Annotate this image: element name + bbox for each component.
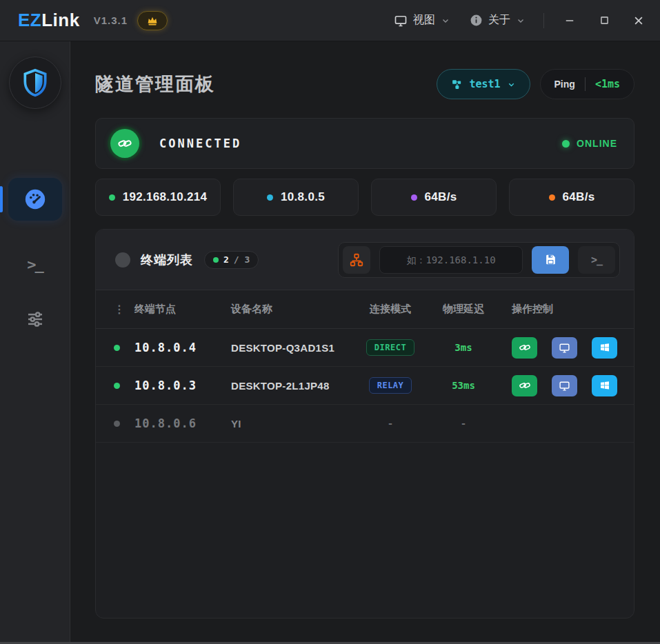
titlebar-left: EZLink V1.3.1: [18, 10, 168, 31]
windows-button[interactable]: [592, 375, 617, 396]
mode-empty: -: [352, 418, 429, 429]
monitor-icon: [559, 342, 570, 354]
titlebar-right: 视图 关于: [386, 7, 654, 34]
connection-status-panel: CONNECTED ONLINE: [95, 118, 634, 169]
connect-button[interactable]: [512, 337, 537, 359]
ping-value: <1ms: [595, 78, 620, 90]
table-row: 10.8.0.3 DESKTOP-2L1JP48 RELAY 53ms: [96, 367, 634, 405]
titlebar: EZLink V1.3.1 视图: [0, 0, 660, 41]
terminal-list-panel: 终端列表 2 / 3: [95, 229, 634, 618]
link-icon: [519, 341, 531, 354]
latency-empty: -: [429, 418, 498, 429]
link-icon: [117, 136, 132, 151]
ping-indicator: Ping <1ms: [540, 69, 634, 99]
terminal-command-button[interactable]: >_: [578, 246, 615, 274]
logo-text-secondary: Link: [41, 10, 79, 31]
column-mode: 连接模式: [352, 303, 429, 316]
tunnel-selector[interactable]: test1: [437, 69, 530, 99]
connection-icon-wrap: [108, 126, 142, 161]
network-scan-button[interactable]: [343, 246, 370, 274]
stats-row: 192.168.10.214 10.8.0.5 64B/s 64B/s: [95, 179, 634, 216]
latency-value: 3ms: [429, 342, 498, 353]
monitor-icon: [559, 380, 570, 392]
sidebar: >_: [0, 41, 70, 642]
column-node: 终端节点: [134, 303, 231, 316]
network-nodes-icon: [451, 79, 463, 90]
dashboard-gauge-icon: [23, 188, 47, 211]
header-pills: test1 Ping <1ms: [437, 69, 634, 99]
windows-logo-icon: [599, 380, 610, 391]
maximize-icon: [599, 14, 610, 26]
monitor-icon: [394, 14, 408, 28]
close-button[interactable]: [623, 7, 654, 34]
chevron-down-icon: [516, 16, 526, 26]
drag-handle-icon: ⋮: [114, 303, 134, 316]
stat-dot: [549, 194, 555, 201]
stat-value: 64B/s: [563, 190, 595, 204]
node-status-dot: [114, 421, 120, 427]
node-status-dot: [114, 345, 120, 351]
save-button[interactable]: [532, 246, 569, 274]
minimize-button[interactable]: [554, 7, 586, 34]
connect-button[interactable]: [512, 375, 537, 396]
view-menu[interactable]: 视图: [386, 8, 459, 33]
online-indicator: ONLINE: [562, 138, 617, 149]
stat-download-rate: 64B/s: [509, 179, 634, 216]
column-device: 设备名称: [231, 303, 352, 316]
stat-local-ip: 192.168.10.214: [95, 179, 221, 216]
close-icon: [632, 14, 645, 27]
stat-dot: [267, 194, 273, 201]
table-row: 10.8.0.4 DESKTOP-Q3AD1S1 DIRECT 3ms: [96, 329, 634, 367]
page-header: 隧道管理面板 test1: [95, 69, 634, 99]
terminal-list-header: 终端列表 2 / 3: [96, 230, 634, 290]
node-ip: 10.8.0.4: [134, 341, 231, 354]
device-name: DESKTOP-Q3AD1S1: [231, 342, 352, 354]
ping-label: Ping: [554, 79, 575, 90]
app-logo: EZLink: [18, 10, 80, 31]
maximize-button[interactable]: [588, 7, 620, 34]
sidebar-item-dashboard[interactable]: [8, 178, 62, 221]
online-dot: [562, 140, 570, 148]
row-actions: [498, 337, 617, 359]
sidebar-item-terminal[interactable]: >_: [8, 243, 62, 285]
device-name: DESKTOP-2L1JP48: [231, 380, 352, 392]
stat-value: 10.8.0.5: [281, 190, 325, 204]
main-content: 隧道管理面板 test1: [70, 41, 660, 642]
latency-value: 53ms: [429, 380, 498, 391]
stat-dot: [411, 194, 417, 201]
windows-button[interactable]: [592, 337, 617, 359]
about-menu[interactable]: 关于: [461, 8, 534, 33]
windows-logo-icon: [599, 342, 610, 353]
ip-address-input[interactable]: [379, 246, 523, 274]
sidebar-item-settings[interactable]: [8, 298, 62, 341]
chevron-down-icon: [441, 16, 450, 26]
titlebar-divider: [543, 13, 544, 28]
view-menu-label: 视图: [413, 13, 435, 28]
active-indicator: [0, 186, 3, 212]
app-shield-logo: [9, 57, 61, 109]
remote-desktop-button[interactable]: [552, 337, 577, 359]
table-row-offline: 10.8.0.6 YI - -: [96, 405, 634, 443]
terminal-list-title: 终端列表: [141, 252, 193, 268]
online-count-badge: 2 / 3: [204, 251, 259, 269]
column-actions: 操作控制: [498, 303, 616, 316]
stat-tunnel-ip: 10.8.0.5: [233, 179, 359, 216]
connection-status-text: CONNECTED: [159, 137, 241, 150]
stat-value: 192.168.10.214: [123, 190, 207, 204]
stat-upload-rate: 64B/s: [371, 179, 497, 216]
stat-value: 64B/s: [425, 190, 457, 204]
list-bullet: [115, 252, 130, 268]
count-total: / 3: [234, 254, 250, 265]
stat-dot: [109, 194, 115, 201]
remote-desktop-button[interactable]: [552, 375, 577, 396]
version-label: V1.3.1: [94, 14, 128, 26]
mode-badge: DIRECT: [366, 339, 414, 356]
node-ip: 10.8.0.6: [134, 416, 231, 430]
sitemap-icon: [349, 252, 364, 268]
table-header: ⋮ 终端节点 设备名称 连接模式 物理延迟 操作控制: [96, 290, 634, 329]
premium-badge[interactable]: [137, 11, 168, 30]
column-latency: 物理延迟: [429, 303, 498, 316]
page-title: 隧道管理面板: [95, 72, 215, 97]
ping-divider: [585, 77, 586, 91]
shield-icon: [20, 68, 50, 98]
